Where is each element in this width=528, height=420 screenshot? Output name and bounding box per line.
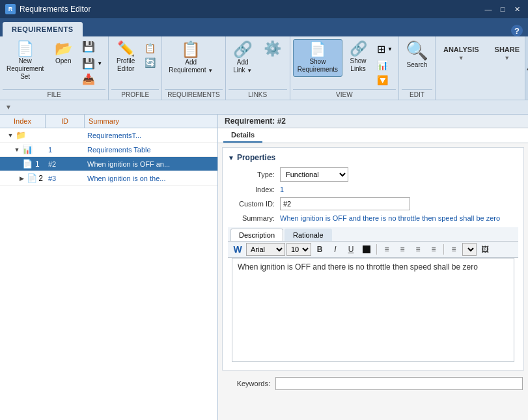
profile-option2-button[interactable]: 🔄 <box>141 56 159 69</box>
open-icon: 📂 <box>55 42 72 56</box>
profile-opt2-icon: 🔄 <box>145 57 156 68</box>
add-link-button[interactable]: 🔗 AddLink ▼ <box>229 39 257 77</box>
keywords-input[interactable] <box>275 377 523 390</box>
insert-image-button[interactable]: 🖼 <box>478 243 492 256</box>
tree-row2-index: 2 <box>38 174 43 183</box>
word-icon-button[interactable]: W <box>230 243 245 256</box>
tree-table1-icon: 📊 <box>22 145 33 155</box>
font-size-select[interactable]: 8 9 10 11 12 14 <box>286 243 311 256</box>
bold-button[interactable]: B <box>313 243 327 256</box>
tree-expand-row2[interactable]: ▶ <box>18 175 25 182</box>
tree-expand-table1[interactable]: ▼ <box>13 146 21 154</box>
profile-editor-icon: ✏️ <box>117 42 135 56</box>
profile-option1-button[interactable]: 📋 <box>141 42 159 55</box>
keywords-row: Keywords: <box>218 374 528 393</box>
indent-icon: ≡ <box>451 245 456 254</box>
align-center-button[interactable]: ≡ <box>395 243 410 256</box>
tree-row-1[interactable]: 📄 1 #2 When ignition is OFF an... <box>0 157 217 171</box>
show-links-button[interactable]: 🔗 ShowLinks <box>344 39 372 76</box>
align-justify-icon: ≡ <box>431 245 436 254</box>
tree-root-summary: RequirementsT... <box>85 130 217 141</box>
italic-button[interactable]: I <box>328 243 342 256</box>
index-label: Index: <box>228 186 280 193</box>
ribbon-section-edit: 🔍 Search EDIT <box>399 36 436 100</box>
align-right-button[interactable]: ≡ <box>411 243 425 256</box>
index-value[interactable]: 1 <box>280 186 284 193</box>
bold-icon: B <box>317 245 323 254</box>
italic-icon: I <box>334 245 336 254</box>
show-requirements-icon: 📄 <box>309 42 326 57</box>
save-button[interactable]: 💾 <box>79 39 105 54</box>
tree-row-root[interactable]: ▼ 📁 RequirementsT... <box>0 128 217 143</box>
summary-row: Summary: When ignition is OFF and there … <box>228 214 518 222</box>
description-tab[interactable]: Description <box>230 229 283 241</box>
align-justify-button[interactable]: ≡ <box>426 243 441 256</box>
details-tab[interactable]: Details <box>223 128 262 143</box>
view-option3-button[interactable]: 🔽 <box>374 74 396 87</box>
links-section-label: LINKS <box>229 89 287 100</box>
tree-root-id <box>46 134 85 137</box>
view-grid-button[interactable]: ⊞ ▼ <box>374 42 396 57</box>
maximize-button[interactable]: □ <box>497 4 508 14</box>
align-left-button[interactable]: ≡ <box>380 243 394 256</box>
requirements-section-label: REQUIREMENTS <box>165 89 223 100</box>
show-links-icon: 🔗 <box>350 42 367 56</box>
search-button[interactable]: 🔍 Search <box>402 39 432 72</box>
tree-table1-summary: Requirements Table <box>85 145 217 155</box>
custom-id-input[interactable] <box>280 197 410 210</box>
view-opt3-icon: 🔽 <box>377 75 388 85</box>
view-option2-button[interactable]: 📊 <box>374 59 396 72</box>
rationale-tab[interactable]: Rationale <box>285 229 331 241</box>
text-color-icon <box>363 245 370 253</box>
analysis-button[interactable]: ANALYSIS ▼ <box>438 42 484 65</box>
expand-icon[interactable]: ▼ <box>5 104 12 111</box>
type-select[interactable]: Functional Non-Functional Design Safety <box>280 167 348 182</box>
ribbon-section-view: 📄 ShowRequirements 🔗 ShowLinks ⊞ ▼ 📊 🔽 <box>290 36 399 100</box>
new-req-set-icon: 📄 <box>16 42 34 56</box>
save-more-icon: 💾 <box>82 57 95 70</box>
open-button[interactable]: 📂 Open <box>49 39 77 68</box>
link-options-button[interactable]: ⚙️ <box>258 39 287 59</box>
properties-collapse-icon[interactable]: ▼ <box>228 154 234 161</box>
tree-row-table1[interactable]: ▼ 📊 1 Requirements Table <box>0 143 217 157</box>
share-arrow: ▼ <box>504 55 510 61</box>
index-row: Index: 1 <box>228 186 518 193</box>
font-family-select[interactable]: Arial Times New Roman Courier New <box>246 243 285 256</box>
tree-col-index: Index <box>0 115 46 128</box>
color-button[interactable] <box>359 243 374 256</box>
tree-row2-id: #3 <box>46 173 85 184</box>
tree-row-2[interactable]: ▶ 📄 2 #3 When ignition is on the... <box>0 171 217 186</box>
tab-bar: REQUIREMENTS ? <box>0 18 528 36</box>
help-icon[interactable]: ? <box>511 25 523 36</box>
indent-button[interactable]: ≡ <box>447 243 461 256</box>
ribbon-collapse-button[interactable]: ▲ <box>525 36 528 100</box>
share-button[interactable]: SHARE ▼ <box>490 42 525 65</box>
save-dropdown-button[interactable]: 💾 ▼ <box>79 56 105 71</box>
tree-col-summary: Summary <box>85 115 217 128</box>
tree-expand-root[interactable]: ▼ <box>7 132 14 139</box>
requirements-tab[interactable]: REQUIREMENTS <box>3 22 83 36</box>
tree-col-id: ID <box>46 115 85 128</box>
tree-root-icon: 📁 <box>16 130 26 141</box>
editor-content[interactable]: When ignition is OFF and there is no thr… <box>232 258 514 362</box>
editor-toolbar: W Arial Times New Roman Courier New 8 9 … <box>228 242 518 258</box>
ribbon: 📄 NewRequirement Set 📂 Open 💾 💾 ▼ 📥 <box>0 36 528 100</box>
search-icon: 🔍 <box>406 42 428 60</box>
underline-button[interactable]: U <box>344 243 358 256</box>
close-button[interactable]: ✕ <box>511 4 523 14</box>
summary-value: When ignition is OFF and there is no thr… <box>280 214 500 222</box>
dropdown-arrow-save: ▼ <box>97 61 102 66</box>
minimize-button[interactable]: — <box>482 4 494 14</box>
list-style-select[interactable]: — <box>462 243 477 256</box>
add-requirement-button[interactable]: 📋 AddRequirement ▼ <box>165 39 217 77</box>
underline-icon: U <box>348 245 354 254</box>
import-button[interactable]: 📥 <box>79 72 105 87</box>
profile-editor-button[interactable]: ✏️ ProfileEditor <box>111 39 140 76</box>
ribbon-section-links: 🔗 AddLink ▼ ⚙️ LINKS <box>226 36 290 100</box>
new-requirement-set-button[interactable]: 📄 NewRequirement Set <box>3 39 48 83</box>
show-requirements-button[interactable]: 📄 ShowRequirements <box>293 39 342 77</box>
view-opt2-icon: 📊 <box>377 60 388 70</box>
view-grid-icon: ⊞ <box>377 43 385 55</box>
main-separator: ▼ <box>0 100 528 115</box>
file-section-label: FILE <box>3 89 105 100</box>
